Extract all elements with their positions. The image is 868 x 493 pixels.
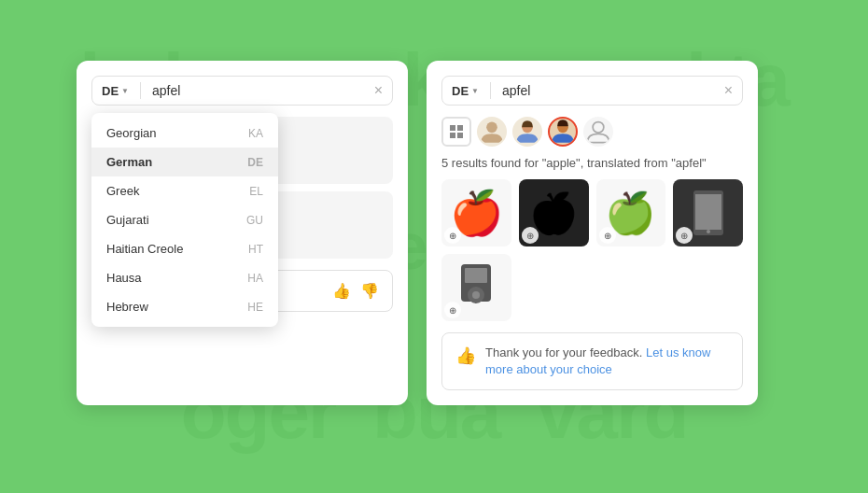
dropdown-item-hausa[interactable]: Hausa HA xyxy=(91,263,278,292)
image-result-3[interactable]: 🍏 ⊕ xyxy=(596,179,666,246)
dropdown-item-label: Georgian xyxy=(106,126,156,140)
chevron-down-icon: ▼ xyxy=(121,87,129,95)
dropdown-item-gujarati[interactable]: Gujarati GU xyxy=(91,205,278,234)
person-outline-icon xyxy=(585,119,611,145)
feedback-thumb-icon: 👍 xyxy=(455,345,476,366)
right-lang-selector[interactable]: DE ▼ xyxy=(452,84,479,98)
right-clear-button[interactable]: × xyxy=(724,83,733,98)
right-feedback-bar: 👍 Thank you for your feedback. Let us kn… xyxy=(441,332,743,390)
panels-container: DE ▼ × Georgian KA German DE Greek EL Gu… xyxy=(77,61,758,405)
zoom-button-3[interactable]: ⊕ xyxy=(599,227,616,244)
right-panel: DE ▼ × xyxy=(427,61,758,405)
tab-avatar-3[interactable] xyxy=(548,117,578,147)
svg-rect-0 xyxy=(450,125,455,131)
tab-grid-view[interactable] xyxy=(441,117,471,147)
right-lang-code: DE xyxy=(452,84,469,98)
zoom-button-1[interactable]: ⊕ xyxy=(444,227,461,244)
results-text: 5 results found for "apple", translated … xyxy=(441,156,743,170)
svg-rect-2 xyxy=(450,133,455,138)
zoom-button-2[interactable]: ⊕ xyxy=(522,227,539,244)
dropdown-item-code: EL xyxy=(249,185,263,198)
dropdown-item-georgian[interactable]: Georgian KA xyxy=(91,119,278,148)
image-result-5[interactable]: ⊕ xyxy=(441,254,511,321)
dropdown-item-label: Gujarati xyxy=(106,213,149,227)
left-lang-selector[interactable]: DE ▼ xyxy=(102,84,129,98)
svg-rect-1 xyxy=(457,125,463,131)
dropdown-item-code: GU xyxy=(246,214,263,227)
dropdown-item-label: Greek xyxy=(106,184,139,198)
dropdown-item-code: HT xyxy=(248,243,263,256)
thumbs-down-button[interactable]: 👎 xyxy=(360,282,379,300)
grid-icon xyxy=(450,125,463,138)
image-result-1[interactable]: 🍎 ⊕ xyxy=(441,179,511,246)
svg-point-4 xyxy=(486,122,497,134)
image-grid-row1: 🍎 ⊕ 🍎 ⊕ 🍏 ⊕ ⊕ xyxy=(441,179,743,246)
dropdown-item-label: Hausa xyxy=(106,271,142,285)
image-placeholder-8 xyxy=(673,254,743,321)
right-search-input[interactable] xyxy=(502,83,717,98)
svg-rect-9 xyxy=(695,194,721,230)
dropdown-item-greek[interactable]: Greek EL xyxy=(91,176,278,205)
tablet-image xyxy=(691,190,726,235)
chevron-down-icon: ▼ xyxy=(471,87,479,95)
left-lang-code: DE xyxy=(102,84,119,98)
left-clear-button[interactable]: × xyxy=(374,83,383,98)
zoom-button-4[interactable]: ⊕ xyxy=(676,227,693,244)
person-icon xyxy=(479,119,505,145)
left-search-input[interactable] xyxy=(152,83,367,98)
feedback-thank-you: Thank you for your feedback. xyxy=(485,345,642,359)
dropdown-item-label: Hebrew xyxy=(106,300,148,314)
svg-point-10 xyxy=(707,230,710,233)
left-search-bar: DE ▼ × xyxy=(91,76,393,106)
language-dropdown: Georgian KA German DE Greek EL Gujarati … xyxy=(91,113,278,327)
dropdown-item-label: German xyxy=(106,155,152,169)
left-panel: DE ▼ × Georgian KA German DE Greek EL Gu… xyxy=(77,61,408,405)
svg-point-7 xyxy=(593,122,604,134)
dropdown-item-hebrew[interactable]: Hebrew HE xyxy=(91,292,278,321)
right-search-bar: DE ▼ × xyxy=(441,76,743,106)
image-placeholder-7 xyxy=(596,254,666,321)
image-result-4[interactable]: ⊕ xyxy=(673,179,743,246)
image-placeholder-6 xyxy=(519,254,589,321)
ipod-image xyxy=(459,264,493,311)
tab-avatar-2[interactable] xyxy=(512,117,542,147)
avatar-tabs xyxy=(441,117,743,147)
dropdown-item-code: KA xyxy=(248,127,263,140)
zoom-button-5[interactable]: ⊕ xyxy=(444,302,461,318)
search-divider xyxy=(490,82,491,99)
person-icon xyxy=(514,119,540,145)
dropdown-item-german[interactable]: German DE xyxy=(91,148,278,176)
image-result-2[interactable]: 🍎 ⊕ xyxy=(519,179,589,246)
feedback-message: Thank you for your feedback. Let us know… xyxy=(485,345,729,378)
dropdown-item-label: Haitian Creole xyxy=(106,242,183,256)
thumbs-up-button[interactable]: 👍 xyxy=(332,282,351,300)
search-divider xyxy=(140,82,141,99)
apple-black-image: 🍎 xyxy=(529,190,578,236)
dropdown-item-code: DE xyxy=(247,156,263,169)
dropdown-item-code: HE xyxy=(247,301,263,314)
person-icon xyxy=(550,119,576,145)
svg-point-14 xyxy=(472,291,480,299)
svg-rect-3 xyxy=(457,133,463,138)
tab-avatar-4[interactable] xyxy=(583,117,613,147)
tab-avatar-1[interactable] xyxy=(477,117,507,147)
feedback-actions: 👍 👎 xyxy=(332,282,379,300)
svg-rect-12 xyxy=(465,268,487,283)
dropdown-item-code: HA xyxy=(247,272,263,285)
dropdown-item-haitian-creole[interactable]: Haitian Creole HT xyxy=(91,234,278,263)
